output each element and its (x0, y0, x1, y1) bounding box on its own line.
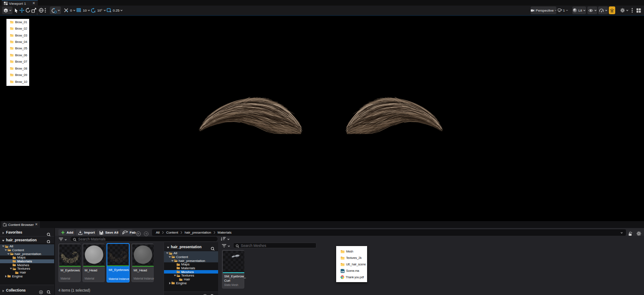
svg-text:ma: ma (341, 271, 343, 272)
